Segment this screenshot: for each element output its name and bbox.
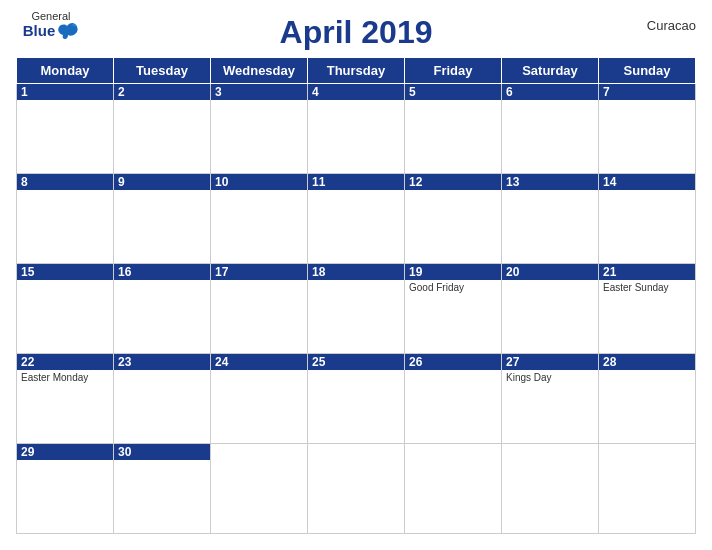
calendar-cell [405,444,502,534]
day-number: 6 [502,84,598,100]
calendar-cell: 10 [211,174,308,264]
day-number: 19 [405,264,501,280]
holiday-label: Easter Sunday [603,282,691,293]
day-number: 17 [211,264,307,280]
day-number: 13 [502,174,598,190]
day-number: 25 [308,354,404,370]
holiday-label: Good Friday [409,282,497,293]
calendar-cell: 12 [405,174,502,264]
calendar-header: General Blue April 2019 Curacao [16,10,696,51]
logo: General Blue [16,10,86,40]
logo-blue: Blue [23,23,56,40]
weekday-header-friday: Friday [405,58,502,84]
day-number: 8 [17,174,113,190]
calendar-cell [502,444,599,534]
day-number: 20 [502,264,598,280]
calendar-cell: 3 [211,84,308,174]
weekday-header-row: MondayTuesdayWednesdayThursdayFridaySatu… [17,58,696,84]
day-number: 27 [502,354,598,370]
calendar-cell: 4 [308,84,405,174]
calendar-cell: 2 [114,84,211,174]
calendar-cell: 17 [211,264,308,354]
calendar-cell: 26 [405,354,502,444]
calendar-cell: 30 [114,444,211,534]
calendar-cell: 9 [114,174,211,264]
day-number: 14 [599,174,695,190]
day-number: 29 [17,444,113,460]
weekday-header-monday: Monday [17,58,114,84]
calendar-cell [211,444,308,534]
weekday-header-tuesday: Tuesday [114,58,211,84]
calendar-cell: 5 [405,84,502,174]
weekday-header-wednesday: Wednesday [211,58,308,84]
calendar-cell: 29 [17,444,114,534]
day-number: 9 [114,174,210,190]
weekday-header-saturday: Saturday [502,58,599,84]
calendar-cell: 8 [17,174,114,264]
calendar-cell: 14 [599,174,696,264]
calendar-cell: 28 [599,354,696,444]
calendar-week-row: 2930 [17,444,696,534]
day-number: 30 [114,444,210,460]
calendar-cell: 11 [308,174,405,264]
day-number: 1 [17,84,113,100]
region-label: Curacao [647,18,696,33]
day-number: 12 [405,174,501,190]
calendar-cell [599,444,696,534]
calendar-week-row: 1516171819Good Friday2021Easter Sunday [17,264,696,354]
calendar-week-row: 891011121314 [17,174,696,264]
day-number: 3 [211,84,307,100]
day-number: 4 [308,84,404,100]
weekday-header-sunday: Sunday [599,58,696,84]
calendar-cell: 22Easter Monday [17,354,114,444]
calendar-cell: 23 [114,354,211,444]
calendar-cell: 16 [114,264,211,354]
calendar-cell [308,444,405,534]
day-number: 23 [114,354,210,370]
day-number: 28 [599,354,695,370]
day-number: 5 [405,84,501,100]
calendar-table: MondayTuesdayWednesdayThursdayFridaySatu… [16,57,696,534]
day-number: 7 [599,84,695,100]
day-number: 10 [211,174,307,190]
logo-bird-icon [57,22,79,40]
holiday-label: Easter Monday [21,372,109,383]
calendar-week-row: 1234567 [17,84,696,174]
day-number: 2 [114,84,210,100]
calendar-cell: 18 [308,264,405,354]
calendar-cell: 21Easter Sunday [599,264,696,354]
day-number: 24 [211,354,307,370]
calendar-cell: 15 [17,264,114,354]
calendar-cell: 25 [308,354,405,444]
logo-general: General [31,10,70,22]
holiday-label: Kings Day [506,372,594,383]
weekday-header-thursday: Thursday [308,58,405,84]
calendar-cell: 20 [502,264,599,354]
calendar-week-row: 22Easter Monday2324252627Kings Day28 [17,354,696,444]
calendar-cell: 13 [502,174,599,264]
day-number: 11 [308,174,404,190]
calendar-cell: 1 [17,84,114,174]
day-number: 16 [114,264,210,280]
day-number: 15 [17,264,113,280]
day-number: 21 [599,264,695,280]
calendar-cell: 27Kings Day [502,354,599,444]
calendar-cell: 24 [211,354,308,444]
day-number: 26 [405,354,501,370]
calendar-cell: 7 [599,84,696,174]
calendar-cell: 6 [502,84,599,174]
calendar-cell: 19Good Friday [405,264,502,354]
day-number: 18 [308,264,404,280]
page-title: April 2019 [280,14,433,51]
day-number: 22 [17,354,113,370]
